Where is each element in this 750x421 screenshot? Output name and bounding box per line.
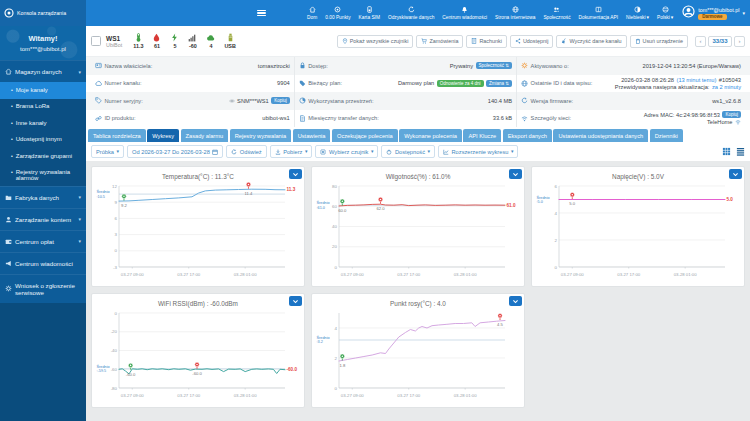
grid-view-button[interactable]: [722, 147, 731, 156]
toolbar-button[interactable]: Dostępność▾: [381, 145, 435, 158]
nav-label-row: Dokumentacja API: [579, 15, 618, 20]
nav-item-sim[interactable]: Karta SIM: [355, 0, 384, 26]
chart-card: WiFi RSSI(dBm) : -60.0dBm0-20-40-60-8003…: [91, 293, 305, 408]
chart-title: Punkt rosy(°C) : 4.0: [315, 300, 521, 307]
chart-dropdown-button[interactable]: [509, 169, 522, 179]
toolbar-button[interactable]: Odśwież: [226, 145, 266, 158]
tab-item[interactable]: Tablica rozdzielcza: [88, 129, 146, 142]
toolbar-button[interactable]: Rozszerzenie wykresu▾: [438, 145, 518, 158]
sidebar-section[interactable]: Zarządzanie kontem▾: [0, 208, 86, 230]
info-value-text: Darmowy plan: [398, 80, 434, 86]
nav-item-bell[interactable]: Centrum wiadomości: [438, 0, 491, 26]
tab-item[interactable]: Ustawienia: [293, 129, 331, 142]
sidebar-item[interactable]: •Udostępnij innym: [0, 132, 86, 149]
svg-text:2: 2: [335, 356, 338, 361]
status-badge[interactable]: Społeczność ⇅: [476, 62, 513, 69]
toolbar-button[interactable]: Wybierz czujnik▾: [315, 145, 378, 158]
svg-text:03-28 01:00: 03-28 01:00: [234, 393, 258, 398]
sidebar-section[interactable]: Fabryka danych▾: [0, 186, 86, 208]
info-value-link[interactable]: (13 minut temu): [677, 77, 717, 83]
tab-item[interactable]: Wykonane polecenia: [399, 129, 462, 142]
list-view-button[interactable]: [736, 147, 745, 156]
nav-item-home[interactable]: Dom: [303, 0, 321, 26]
tab-item[interactable]: Ustawienia udostępniania danych: [553, 129, 648, 142]
nav-item-community[interactable]: Społeczność: [539, 0, 574, 26]
copy-badge[interactable]: Kopiuj: [722, 111, 741, 118]
svg-text:03-27 17:00: 03-27 17:00: [177, 393, 201, 398]
tab-item[interactable]: API Klucze: [463, 129, 501, 142]
next-page-button[interactable]: ›: [734, 36, 745, 47]
sidebar-section[interactable]: Centrum opłat▾: [0, 230, 86, 252]
sidebar-item[interactable]: •Zarządzanie grupami: [0, 148, 86, 165]
action-button[interactable]: Wyczyść dane kanału: [556, 35, 626, 48]
chevron-down-icon: ▾: [78, 238, 81, 244]
info-value-line: 2019-12-04 13:20:54 (Europe/Warsaw): [643, 63, 741, 69]
svg-text:-3: -3: [113, 265, 117, 270]
nav-item-api[interactable]: Dokumentacja API: [575, 0, 622, 26]
avatar-icon: [682, 5, 695, 18]
tab-item[interactable]: Oczekujące polecenia: [332, 129, 398, 142]
action-button[interactable]: Usuń urządzenie: [630, 35, 688, 48]
chart-dropdown-button[interactable]: [509, 296, 522, 306]
home-icon: [309, 6, 316, 13]
toolbar-button-label: Rozszerzenie wykresu: [452, 149, 509, 155]
action-button[interactable]: Rachunki: [466, 35, 506, 48]
sidebar-section[interactable]: Wniosek o zgłoszenie serwisowe: [0, 274, 86, 303]
sidebar-section[interactable]: Centrum wiadomości: [0, 252, 86, 274]
sidebar-item[interactable]: •Brama LoRa: [0, 99, 86, 116]
caretd-icon: [292, 298, 299, 305]
chevron-down-icon: ▾: [742, 11, 745, 16]
nav-item-label: Centrum wiadomości: [442, 15, 487, 20]
device-checkbox[interactable]: [91, 36, 101, 46]
device-identity: WS1 UbiBot: [106, 35, 122, 48]
tab-item[interactable]: Rejestry wyzwalania: [230, 129, 292, 142]
sidebar: Witamy! tom***@ubibot.pl Magazyn danych▾…: [0, 26, 86, 421]
action-button[interactable]: Udostępnij: [510, 35, 553, 48]
chart-title: Napięcie(V) : 5.0V: [535, 173, 741, 180]
action-button-label: Pokaż wszystkie czujniki: [350, 38, 409, 44]
info-cell: Wersja firmware:ws1_v2.6.8: [516, 92, 745, 110]
eye-icon: [229, 98, 235, 104]
sensor-chip: 11.3: [133, 33, 143, 49]
tab-item[interactable]: Eksport danych: [503, 129, 552, 142]
menu-toggle-icon[interactable]: [254, 5, 269, 20]
sidebar-item[interactable]: •Inne kanały: [0, 115, 86, 132]
prev-page-button[interactable]: ‹: [695, 36, 706, 47]
nav-label-row: Dom: [307, 15, 317, 20]
clean-icon: [561, 38, 567, 44]
status-badge[interactable]: Zmiana ⇅: [486, 80, 512, 87]
user-menu[interactable]: tom***@ubibot.pl Darmowe ▾: [677, 4, 750, 22]
sidebar-section[interactable]: Magazyn danych▾: [0, 60, 86, 82]
sidebar-item[interactable]: •Rejestry wyzwalania alarmów: [0, 165, 86, 186]
welcome-panel: Witamy! tom***@ubibot.pl: [0, 26, 86, 60]
date-range-picker[interactable]: Od 2026-03-27 Do 2026-03-28: [127, 145, 223, 158]
chart-dropdown-button[interactable]: [729, 169, 742, 179]
action-button[interactable]: Pokaż wszystkie czujniki: [337, 35, 414, 48]
chart-card: Temperatura(°C) : 11.3°C129630-303-27 09…: [91, 166, 305, 287]
bell-icon: [461, 6, 468, 13]
sensor-chip: 61: [152, 33, 161, 49]
nav-item-points[interactable]: 0.00 Punkty: [321, 0, 354, 26]
nav-item-lang[interactable]: Polski▾: [653, 0, 677, 26]
charts-row: Temperatura(°C) : 11.3°C129630-303-27 09…: [91, 166, 745, 287]
info-value-link[interactable]: za 2 minuty: [712, 84, 741, 90]
tab-active[interactable]: Wykresy: [147, 129, 179, 142]
chart-dropdown-button[interactable]: [289, 296, 302, 306]
tab-item[interactable]: Dzienniki: [650, 129, 683, 142]
status-badge[interactable]: Odnowienie za 4 dni: [437, 80, 484, 87]
drop-icon: [152, 33, 161, 42]
info-cell: Szczegóły sieci:Adres MAC: 4c:24:98:96:8…: [516, 110, 745, 128]
nav-item-theme[interactable]: Niebieski▾: [622, 0, 653, 26]
nav-item-globe[interactable]: Strona internetowa: [491, 0, 539, 26]
toolbar-button[interactable]: Pobierz▾: [270, 145, 313, 158]
toolbar-button[interactable]: Próbka▾: [91, 145, 124, 158]
copy-badge[interactable]: Kopiuj: [271, 97, 290, 104]
tab-item[interactable]: Zasady alarmu: [181, 129, 229, 142]
info-value-line2: Przewidywana następna aktualizacja:za 2 …: [615, 84, 741, 90]
action-button[interactable]: Zamówienia: [416, 35, 463, 48]
ubibot-icon: [4, 8, 14, 18]
info-cell: Miesięczny transfer danych:33.6 kB: [294, 110, 516, 128]
chart-dropdown-button[interactable]: [289, 169, 302, 179]
sidebar-item[interactable]: •Moje kanały: [0, 82, 86, 99]
nav-item-recovery[interactable]: Odzyskiwanie danych: [384, 0, 438, 26]
